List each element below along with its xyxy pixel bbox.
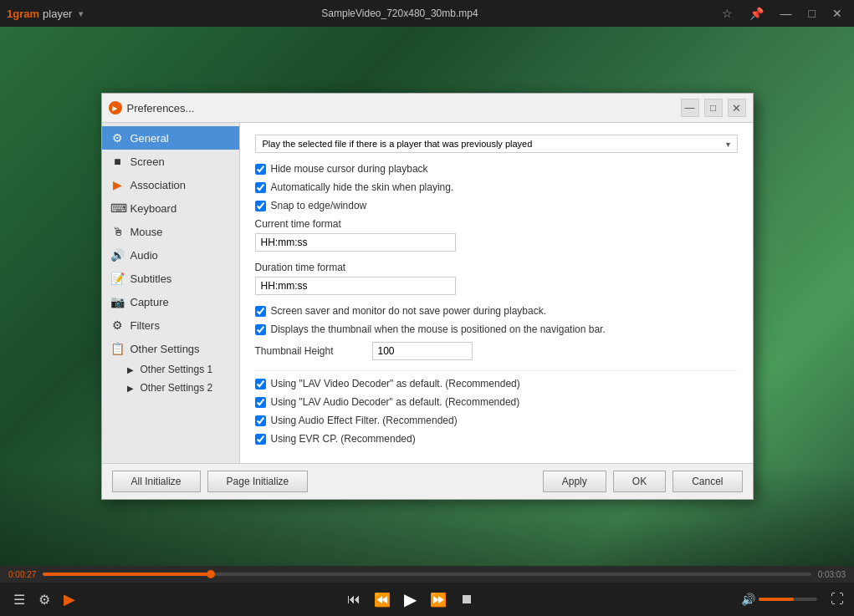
audio-icon: 🔊: [110, 248, 125, 262]
sidebar-submenu: ▶ Other Settings 1 ▶ Other Settings 2: [102, 360, 239, 397]
window-title: SampleVideo_720x480_30mb.mp4: [83, 8, 716, 19]
sidebar-item-general[interactable]: ⚙ General: [102, 126, 239, 150]
snap-edge-checkbox[interactable]: [255, 201, 266, 211]
sidebar-item-other-settings[interactable]: 📋 Other Settings: [102, 337, 239, 360]
player-controls: 0:00:27 0:03:03 ☰ ⚙ ▶ ⏮ ⏪ ▶ ⏩ ⏹ 🔊 ⛶: [0, 566, 854, 616]
sidebar-item-screen[interactable]: ■ Screen: [102, 150, 239, 173]
volume-section: 🔊: [741, 593, 817, 606]
volume-icon[interactable]: 🔊: [741, 593, 755, 606]
settings-button[interactable]: ⚙: [35, 590, 54, 609]
cancel-button[interactable]: Cancel: [672, 471, 742, 492]
lav-video-checkbox[interactable]: [255, 379, 266, 389]
dialog-minimize-button[interactable]: —: [681, 99, 699, 117]
bookmark-icon[interactable]: ☆: [717, 5, 738, 22]
dialog-title-bar: ► Preferences... — □ ✕: [102, 94, 753, 123]
ok-button[interactable]: OK: [613, 471, 666, 492]
thumbnail-height-group: Thumbnail Height: [255, 342, 738, 360]
checkbox-audio-effect: Using Audio Effect Filter. (Recommended): [255, 415, 738, 426]
dialog-overlay: ► Preferences... — □ ✕ ⚙ General ■ Scree…: [0, 27, 854, 566]
divider: [255, 370, 738, 371]
end-time: 0:03:03: [818, 570, 846, 579]
checkbox-screen-saver: Screen saver and monitor do not save pow…: [255, 305, 738, 317]
progress-bar-area: 0:00:27 0:03:03: [0, 566, 854, 583]
screen-icon: ■: [110, 155, 125, 168]
sidebar-item-filters[interactable]: ⚙ Filters: [102, 313, 239, 337]
checkbox-snap-edge: Snap to edge/window: [255, 200, 738, 211]
sidebar-item-association[interactable]: ▶ Association: [102, 173, 239, 196]
logo-ctrl: ▶: [60, 588, 79, 610]
sidebar-item-capture[interactable]: 📷 Capture: [102, 290, 239, 313]
logo-1gram: 1gram: [7, 8, 39, 20]
thumbnail-height-label: Thumbnail Height: [255, 345, 364, 357]
duration-time-format-input[interactable]: [255, 277, 456, 295]
duration-time-format-group: Duration time format: [255, 262, 738, 295]
sidebar-item-mouse[interactable]: 🖱 Mouse: [102, 220, 239, 243]
page-initialize-button[interactable]: Page Initialize: [207, 471, 309, 492]
thumbnail-height-row: Thumbnail Height: [255, 342, 738, 360]
progress-fill: [43, 573, 212, 576]
expand-icon-2: ▶: [127, 384, 134, 393]
minimize-button[interactable]: —: [775, 5, 797, 22]
prev-button[interactable]: ⏮: [344, 590, 364, 608]
volume-track[interactable]: [759, 598, 817, 601]
current-time-format-label: Current time format: [255, 218, 738, 230]
thumbnail-checkbox[interactable]: [255, 324, 266, 335]
stop-button[interactable]: ⏹: [457, 590, 477, 608]
title-bar-controls: ☆ 📌 — □ ✕: [717, 5, 847, 22]
playlist-button[interactable]: ☰: [10, 590, 28, 609]
sidebar-item-keyboard[interactable]: ⌨ Keyboard: [102, 196, 239, 220]
maximize-button[interactable]: □: [804, 5, 821, 22]
sidebar-item-audio[interactable]: 🔊 Audio: [102, 243, 239, 267]
dialog-title: Preferences...: [127, 102, 676, 115]
progress-track[interactable]: [43, 573, 811, 576]
sidebar: ⚙ General ■ Screen ▶ Association ⌨ Keybo…: [102, 123, 240, 463]
dialog-maximize-button[interactable]: □: [704, 99, 723, 117]
other-settings-icon: 📋: [110, 342, 125, 355]
play-button[interactable]: ▶: [401, 588, 420, 611]
sidebar-item-subtitles[interactable]: 📝 Subtitles: [102, 267, 239, 290]
current-time-format-input[interactable]: [255, 233, 456, 252]
close-button[interactable]: ✕: [827, 5, 847, 22]
auto-hide-skin-checkbox[interactable]: [255, 182, 266, 193]
progress-thumb: [207, 570, 215, 578]
dialog-footer: All Initialize Page Initialize Apply OK …: [102, 463, 753, 499]
checkbox-hide-cursor: Hide mouse cursor during playback: [255, 163, 738, 175]
evr-cp-checkbox[interactable]: [255, 434, 266, 445]
association-icon: ▶: [110, 178, 125, 191]
fullscreen-button[interactable]: ⛶: [831, 592, 844, 607]
preferences-dialog: ► Preferences... — □ ✕ ⚙ General ■ Scree…: [101, 93, 754, 500]
logo-player: player: [43, 8, 72, 20]
forward-button[interactable]: ⏩: [427, 590, 450, 609]
footer-right: Apply OK Cancel: [543, 471, 743, 492]
sidebar-item-other-settings-2[interactable]: ▶ Other Settings 2: [119, 379, 239, 397]
dropdown-arrow-icon: ▾: [726, 140, 730, 149]
main-content: Play the selected file if there is a pla…: [240, 123, 753, 463]
dialog-close-button[interactable]: ✕: [728, 99, 746, 117]
general-icon: ⚙: [110, 131, 125, 145]
thumbnail-height-input[interactable]: [372, 342, 473, 360]
checkbox-lav-video: Using "LAV Video Decoder" as default. (R…: [255, 378, 738, 389]
footer-left: All Initialize Page Initialize: [112, 471, 309, 492]
audio-effect-checkbox[interactable]: [255, 415, 266, 426]
controls-row: ☰ ⚙ ▶ ⏮ ⏪ ▶ ⏩ ⏹ 🔊 ⛶: [0, 583, 854, 616]
filters-icon: ⚙: [110, 318, 125, 332]
capture-icon: 📷: [110, 295, 125, 308]
apply-button[interactable]: Apply: [543, 471, 606, 492]
duration-time-format-label: Duration time format: [255, 262, 738, 273]
checkbox-auto-hide-skin: Automatically hide the skin when playing…: [255, 181, 738, 193]
lav-audio-checkbox[interactable]: [255, 397, 266, 408]
pin-icon[interactable]: 📌: [744, 5, 769, 22]
keyboard-icon: ⌨: [110, 201, 125, 215]
playback-dropdown[interactable]: Play the selected file if there is a pla…: [255, 135, 738, 153]
volume-fill: [759, 598, 794, 601]
mouse-icon: 🖱: [110, 225, 125, 238]
rewind-button[interactable]: ⏪: [371, 590, 394, 609]
current-time-format-group: Current time format: [255, 218, 738, 252]
checkbox-thumbnail: Displays the thumbnail when the mouse is…: [255, 323, 738, 335]
subtitles-icon: 📝: [110, 272, 125, 285]
screen-saver-checkbox[interactable]: [255, 306, 266, 317]
sidebar-item-other-settings-1[interactable]: ▶ Other Settings 1: [119, 360, 239, 379]
dialog-body: ⚙ General ■ Screen ▶ Association ⌨ Keybo…: [102, 123, 753, 463]
all-initialize-button[interactable]: All Initialize: [112, 471, 201, 492]
hide-cursor-checkbox[interactable]: [255, 164, 266, 175]
